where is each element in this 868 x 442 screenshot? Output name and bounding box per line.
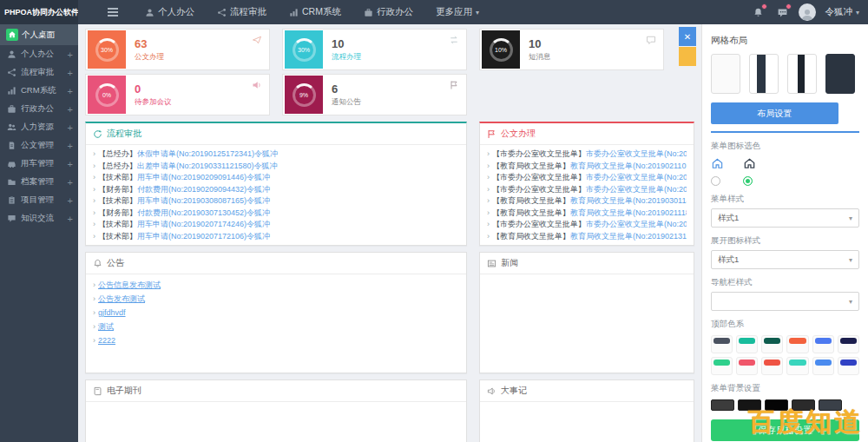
announcement-link[interactable]: 公告信息发布测试 xyxy=(98,280,161,289)
color-swatch[interactable] xyxy=(838,357,859,375)
bar-chart-icon xyxy=(289,8,299,17)
panel-header: 电子期刊 xyxy=(86,380,466,402)
layout-settings-button[interactable]: 布局设置 xyxy=(711,102,838,124)
document-link[interactable]: 教育局收文呈批单(No:20190211180134)令狐冲 xyxy=(570,208,687,217)
home-solid-icon[interactable] xyxy=(743,157,756,170)
list-item: ›测试 xyxy=(93,320,459,333)
layout-option-4[interactable] xyxy=(825,54,855,94)
radio-selected-green[interactable] xyxy=(743,176,753,186)
stat-value: 0 xyxy=(135,82,172,96)
expand-plus-icon: + xyxy=(68,141,73,151)
navbar-style-select[interactable]: ▾ xyxy=(711,292,859,311)
color-swatch[interactable] xyxy=(786,357,808,375)
stat-card-notices[interactable]: 9% 6通知公告 xyxy=(282,74,467,115)
nav-personal-office[interactable]: 个人办公 xyxy=(134,0,206,24)
nav-more-apps[interactable]: 更多应用 ▾ xyxy=(424,0,490,24)
color-swatch[interactable] xyxy=(812,335,834,353)
panel-header: 公告 xyxy=(86,253,466,274)
list-item: ›【教育局收文呈批单】教育局收文呈批单(No:20190213134133)令狐… xyxy=(487,231,687,243)
panel-title: 公文办理 xyxy=(501,128,536,140)
expand-plus-icon: + xyxy=(68,49,73,60)
theme-toggle-button[interactable] xyxy=(679,47,696,66)
layout-option-1[interactable] xyxy=(711,54,740,94)
menu-style-select[interactable]: 样式1 ▾ xyxy=(711,208,859,228)
user-menu[interactable]: 令狐冲 ▾ xyxy=(825,6,859,18)
hamburger-menu-icon[interactable] xyxy=(108,8,118,16)
list-item: ›【教育局收文呈批单】教育局收文呈批单(No:20190211180134)令狐… xyxy=(487,208,687,220)
document-link[interactable]: 市委办公室收文呈批单(No:20190213115423)令狐冲 xyxy=(586,220,687,228)
document-link[interactable]: 教育局收文呈批单(No:20190213134133)令狐冲 xyxy=(570,232,687,241)
workflow-link[interactable]: 用车申请(No:20190308087165)令狐冲 xyxy=(137,196,270,205)
layout-option-3[interactable] xyxy=(787,54,817,94)
flow-icon xyxy=(6,67,17,78)
sidebar-item-knowledge-exchange[interactable]: 知识交流 + xyxy=(0,209,78,228)
workflow-link[interactable]: 付款费用(No:20190307130452)令狐冲 xyxy=(137,208,270,217)
refresh-icon xyxy=(93,129,102,139)
expand-plus-icon: + xyxy=(68,177,73,188)
color-swatch[interactable] xyxy=(736,335,758,353)
menu-bg-option[interactable] xyxy=(711,399,734,411)
panel-header: 流程审批 xyxy=(86,123,466,145)
sidebar-item-personal-office[interactable]: 个人办公 + xyxy=(0,45,78,63)
workflow-link[interactable]: 出差申请单(No:20190331121580)令狐冲 xyxy=(137,162,277,170)
stat-card-documents[interactable]: 30% 63公文办理 xyxy=(85,29,270,70)
document-link[interactable]: 市委办公室收文呈批单(No:20190409004012)令狐冲 xyxy=(586,173,687,181)
notifications-bell-icon[interactable] xyxy=(750,4,766,20)
book-icon xyxy=(93,386,102,396)
expand-plus-icon: + xyxy=(68,104,73,115)
workflow-link[interactable]: 用车申请(No:20190209091446)令狐冲 xyxy=(137,173,270,181)
workflow-link[interactable]: 用车申请(No:20190207172106)令狐冲 xyxy=(137,232,270,241)
announcement-link[interactable]: 2222 xyxy=(98,336,115,345)
layout-thumbnails xyxy=(711,54,859,94)
sidebar-item-workflow-approval[interactable]: 流程审批 + xyxy=(0,63,78,82)
sidebar-item-project-management[interactable]: 项目管理 + xyxy=(0,191,78,209)
document-link[interactable]: 教育局收文呈批单(No:20190301140656)令狐冲 xyxy=(570,196,687,205)
sidebar-item-document-management[interactable]: 公文管理 + xyxy=(0,136,78,155)
expand-plus-icon: + xyxy=(68,214,73,224)
announcement-link[interactable]: 测试 xyxy=(98,322,114,331)
color-swatch[interactable] xyxy=(761,335,783,353)
nav-crm-system[interactable]: CRM系统 xyxy=(278,0,352,24)
workflow-link[interactable]: 休假申请单(No:20190125172341)令狐冲 xyxy=(137,149,278,158)
nav-admin-office[interactable]: 行政办公 xyxy=(352,0,424,24)
workflow-link[interactable]: 用车申请(No:20190207174246)令狐冲 xyxy=(137,220,270,228)
color-swatch[interactable] xyxy=(761,357,783,375)
expand-plus-icon: + xyxy=(68,68,73,78)
close-settings-button[interactable]: ✕ xyxy=(679,27,696,46)
menu-style-label: 菜单样式 xyxy=(711,194,859,205)
stat-card-messages[interactable]: 10% 10短消息 xyxy=(479,29,664,70)
workflow-link[interactable]: 付款费用(No:20190209094432)令狐冲 xyxy=(137,185,270,194)
user-avatar[interactable] xyxy=(799,3,816,21)
sidebar-item-admin-office[interactable]: 行政办公 + xyxy=(0,100,78,118)
announcement-link[interactable]: gjfdhvdf xyxy=(98,308,126,317)
sidebar-item-personal-desktop[interactable]: 个人桌面 xyxy=(0,24,78,45)
color-swatch[interactable] xyxy=(838,335,859,353)
color-swatch[interactable] xyxy=(812,357,834,375)
document-link[interactable]: 市委办公室收文呈批单(No:20190409004005)令狐冲 xyxy=(586,185,687,194)
expand-icon-style-select[interactable]: 样式1 ▾ xyxy=(711,250,859,269)
announcement-link[interactable]: 公告发布测试 xyxy=(98,294,145,303)
message-badge xyxy=(786,3,792,10)
messages-chat-icon[interactable] xyxy=(774,4,790,20)
document-link[interactable]: 教育局收文呈批单(No:20190211011842)令狐冲 xyxy=(570,162,687,170)
radio-unselected[interactable] xyxy=(711,176,720,186)
document-link[interactable]: 市委办公室收文呈批单(No:20190211101846)令狐冲 xyxy=(586,149,687,158)
color-swatch[interactable] xyxy=(711,335,733,353)
home-outline-icon[interactable] xyxy=(711,157,724,170)
list-item: ›【财务部】付款费用(No:20190209094432)令狐冲 xyxy=(93,184,459,196)
list-item: ›2222 xyxy=(93,333,459,347)
sidebar-item-vehicle-management[interactable]: 用车管理 + xyxy=(0,155,78,173)
stat-card-workflows[interactable]: 30% 10流程办理 xyxy=(282,29,467,70)
layout-option-2[interactable] xyxy=(749,54,779,94)
color-swatch[interactable] xyxy=(736,357,758,375)
watermark: 百度知道 xyxy=(748,405,863,440)
nav-workflow-approval[interactable]: 流程审批 xyxy=(206,0,278,24)
color-swatch[interactable] xyxy=(711,357,733,375)
stat-card-meetings[interactable]: 0% 0待参加会议 xyxy=(85,74,270,115)
expand-plus-icon: + xyxy=(68,122,73,133)
sidebar-item-archive-management[interactable]: 档案管理 + xyxy=(0,173,78,191)
color-swatch[interactable] xyxy=(786,335,808,353)
sidebar-item-human-resources[interactable]: 人力资源 + xyxy=(0,118,78,136)
list-item: ›gjfdhvdf xyxy=(93,306,459,320)
sidebar-item-crm-system[interactable]: CRM系统 + xyxy=(0,82,78,100)
